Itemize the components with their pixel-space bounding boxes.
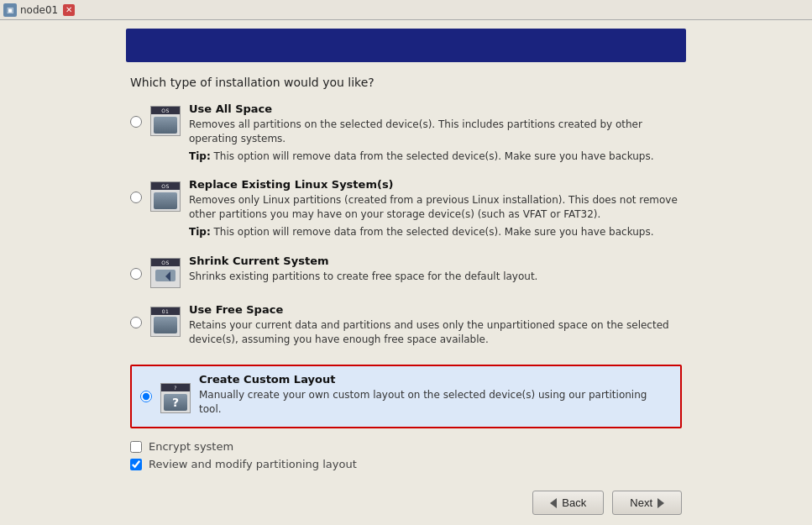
next-label: Next xyxy=(630,496,652,509)
option-content-shrink-current: Shrink Current System Shrinks existing p… xyxy=(189,255,682,287)
option-replace-existing: OS Replace Existing Linux System(s) Remo… xyxy=(130,178,682,239)
option-title-shrink-current: Shrink Current System xyxy=(189,255,682,267)
option-desc-create-custom: Manually create your own custom layout o… xyxy=(199,388,672,417)
bottom-bar: Back Next xyxy=(0,484,812,525)
icon-shrink-current: OS xyxy=(150,258,181,288)
option-tip-use-all-space: Tip: This option will remove data from t… xyxy=(189,150,682,164)
option-title-use-free-space: Use Free Space xyxy=(189,303,682,316)
content-area: Which type of installation would you lik… xyxy=(0,62,812,433)
checkbox-row-encrypt: Encrypt system xyxy=(130,440,682,453)
radio-create-custom[interactable] xyxy=(140,391,152,402)
checkbox-encrypt-label[interactable]: Encrypt system xyxy=(149,440,233,453)
option-create-custom: ? ? Create Custom Layout Manually create… xyxy=(130,365,682,428)
icon-use-all-space: OS xyxy=(150,106,181,136)
radio-use-free-space[interactable] xyxy=(130,317,142,328)
next-button[interactable]: Next xyxy=(612,491,682,515)
page-question: Which type of installation would you lik… xyxy=(130,76,682,89)
option-desc-use-free-space: Retains your current data and partitions… xyxy=(189,318,682,347)
radio-use-all-space[interactable] xyxy=(130,116,142,128)
close-button[interactable]: ✕ xyxy=(63,4,75,16)
checkbox-review-label[interactable]: Review and modify partitioning layout xyxy=(149,458,357,470)
option-use-all-space: OS Use All Space Removes all partitions … xyxy=(130,102,682,163)
option-content-use-free-space: Use Free Space Retains your current data… xyxy=(189,303,682,350)
option-content-create-custom: Create Custom Layout Manually create you… xyxy=(199,373,672,420)
top-banner xyxy=(126,29,686,62)
back-button[interactable]: Back xyxy=(532,491,604,515)
icon-use-free-space: 01 xyxy=(150,307,181,337)
option-content-replace-existing: Replace Existing Linux System(s) Removes… xyxy=(189,178,682,239)
checkbox-encrypt[interactable] xyxy=(130,441,142,453)
back-label: Back xyxy=(562,496,586,509)
option-title-use-all-space: Use All Space xyxy=(189,102,682,115)
option-tip-replace-existing: Tip: This option will remove data from t… xyxy=(189,225,682,239)
back-arrow-icon xyxy=(550,498,557,508)
checkbox-review[interactable] xyxy=(130,459,142,470)
icon-replace-existing: OS xyxy=(150,181,181,212)
option-content-use-all-space: Use All Space Removes all partitions on … xyxy=(189,102,682,163)
icon-create-custom: ? ? xyxy=(160,383,191,413)
next-arrow-icon xyxy=(657,498,664,508)
option-use-free-space: 01 Use Free Space Retains your current d… xyxy=(130,303,682,350)
title-bar: ▣ node01 ✕ xyxy=(0,0,812,20)
option-desc-use-all-space: Removes all partitions on the selected d… xyxy=(189,118,682,146)
option-title-replace-existing: Replace Existing Linux System(s) xyxy=(189,178,682,191)
option-desc-replace-existing: Removes only Linux partitions (created f… xyxy=(189,193,682,222)
svg-rect-0 xyxy=(155,270,175,281)
checkbox-area: Encrypt system Review and modify partiti… xyxy=(0,433,812,484)
title-bar-text: node01 xyxy=(20,4,58,16)
checkbox-row-review: Review and modify partitioning layout xyxy=(130,458,682,470)
app-icon: ▣ xyxy=(3,3,17,17)
option-desc-shrink-current: Shrinks existing partitions to create fr… xyxy=(189,270,682,284)
option-shrink-current: OS Shrink Current System Shrinks existin… xyxy=(130,255,682,288)
option-title-create-custom: Create Custom Layout xyxy=(199,373,672,386)
radio-shrink-current[interactable] xyxy=(130,268,142,280)
radio-replace-existing[interactable] xyxy=(130,192,142,203)
main-window: Which type of installation would you lik… xyxy=(0,20,812,525)
